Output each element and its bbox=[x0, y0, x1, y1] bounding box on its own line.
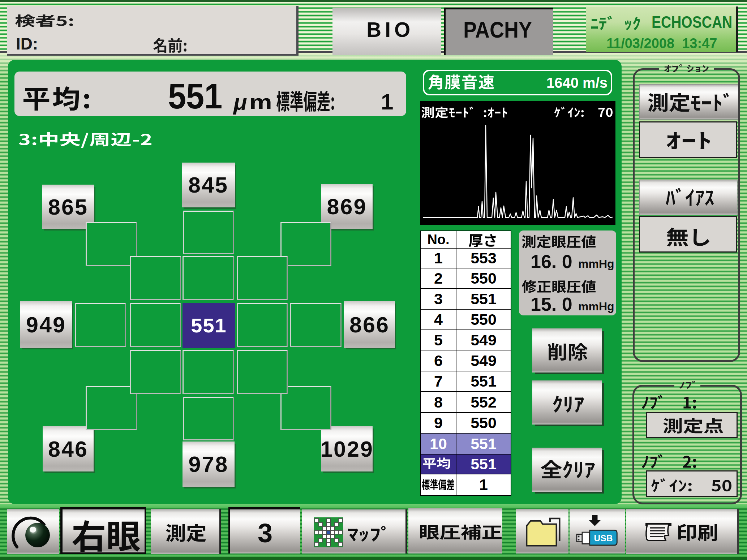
svg-text:USB: USB bbox=[594, 533, 613, 543]
